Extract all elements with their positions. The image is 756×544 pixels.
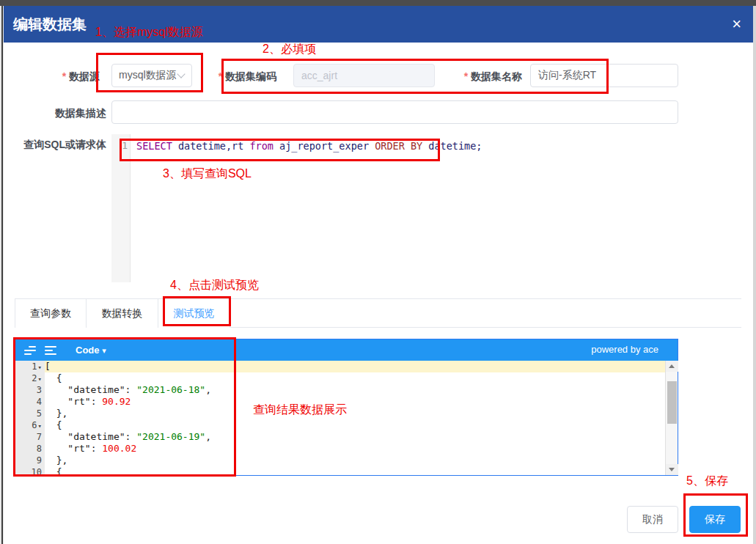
line-number: 3 [15, 384, 45, 396]
sql-token: datetime; [422, 140, 482, 152]
sql-code-line: SELECT datetime,rt from aj_report_exper … [136, 140, 482, 152]
sql-token: aj_report_exper [274, 140, 375, 152]
dataset-code-input[interactable] [293, 64, 435, 87]
tab-item[interactable]: 测试预览 [158, 299, 230, 328]
dataset-code-label: 数据集编码 [218, 70, 276, 84]
json-editor-line[interactable]: 4 "rt": 90.92 [15, 396, 678, 408]
sql-line-number: 1 [111, 140, 128, 151]
line-content: }, [45, 455, 678, 466]
preview-tabbar: 查询参数数据转换测试预览 [15, 298, 741, 328]
line-content: }, [45, 408, 678, 419]
json-editor-line[interactable]: 5 }, [15, 408, 678, 419]
datasource-label: 数据源 [43, 70, 100, 84]
dataset-name-label: 数据集名称 [463, 70, 522, 84]
save-button[interactable]: 保存 [689, 506, 741, 533]
modal-header: 编辑数据集 × [4, 6, 753, 43]
background-right-sliver [753, 6, 756, 544]
json-editor-line[interactable]: 3 "datetime": "2021-06-18", [15, 384, 678, 396]
dataset-name-input[interactable] [530, 64, 678, 87]
line-content: [ [45, 361, 678, 372]
screen: 编辑数据集 × 数据源 mysql数据源 数据集编码 数据集名称 数据集描述 查… [0, 0, 756, 544]
sql-editor[interactable]: 1 SELECT datetime,rt from aj_report_expe… [111, 134, 678, 282]
cancel-button[interactable]: 取消 [627, 506, 678, 533]
line-number: 10 [15, 466, 45, 475]
line-content: { [45, 372, 678, 384]
line-content: "rt": 90.92 [45, 396, 678, 408]
datasource-select-value: mysql数据源 [112, 69, 178, 82]
line-content: "datetime": "2021-06-18", [45, 384, 678, 396]
dataset-description-label: 数据集描述 [40, 107, 106, 120]
tab-item[interactable]: 查询参数 [15, 299, 87, 328]
line-content: { [45, 419, 678, 431]
json-editor-line[interactable]: 9 }, [15, 455, 678, 466]
fold-arrow-icon[interactable]: ▾ [38, 364, 42, 371]
sql-token: ORDER BY [375, 140, 422, 152]
editor-scrollbar[interactable] [665, 361, 678, 475]
annotation-step2: 2、必填项 [263, 42, 316, 57]
json-editor-line[interactable]: 10 { [15, 466, 678, 475]
line-number: 5 [15, 408, 45, 419]
sql-editor-gutter [111, 134, 131, 282]
datasource-select[interactable]: mysql数据源 [111, 64, 192, 87]
scroll-down-icon[interactable] [666, 464, 678, 475]
mode-dropdown-label: Code [76, 345, 100, 356]
caret-down-icon: ▾ [102, 346, 106, 355]
close-icon[interactable]: × [732, 15, 741, 34]
dataset-description-input[interactable] [111, 100, 678, 124]
background-left-sliver [0, 6, 4, 544]
sql-token: from [249, 140, 274, 152]
scrollbar-thumb[interactable] [667, 381, 677, 424]
line-number: 2▾ [15, 372, 45, 384]
line-number: 6▾ [15, 419, 45, 431]
line-number: 4 [15, 396, 45, 408]
annotation-step5: 5、保存 [686, 474, 728, 489]
line-content: { [45, 466, 678, 475]
line-number: 7 [15, 431, 45, 443]
json-editor-line[interactable]: 7 "datetime": "2021-06-19", [15, 431, 678, 443]
line-content: "rt": 100.02 [45, 443, 678, 455]
json-editor-line[interactable]: 2▾ { [15, 372, 678, 384]
mode-dropdown[interactable]: Code ▾ [76, 345, 106, 356]
sql-token: datetime,rt [172, 140, 250, 152]
tab-item[interactable]: 数据转换 [87, 299, 158, 328]
line-number: 8 [15, 443, 45, 455]
line-content: "datetime": "2021-06-19", [45, 431, 678, 443]
json-editor-toolbar: Code ▾ powered by ace [15, 339, 678, 361]
sql-body-label: 查询SQL或请求体 [9, 139, 106, 152]
background-top-strip [0, 0, 756, 6]
json-editor-line[interactable]: 8 "rt": 100.02 [15, 443, 678, 455]
chevron-down-icon [177, 70, 185, 78]
fold-arrow-icon[interactable]: ▾ [38, 375, 42, 383]
result-json-editor: Code ▾ powered by ace 1▾[2▾ {3 "datetime… [15, 339, 678, 476]
line-number: 1▾ [15, 361, 45, 372]
powered-by-ace-label: powered by ace [591, 344, 658, 355]
scroll-up-icon[interactable] [666, 361, 678, 372]
json-editor-body[interactable]: 1▾[2▾ {3 "datetime": "2021-06-18",4 "rt"… [15, 361, 678, 475]
format-json-icon[interactable] [45, 345, 56, 356]
sql-token: SELECT [136, 140, 172, 152]
modal-title: 编辑数据集 [13, 15, 87, 34]
json-editor-line[interactable]: 1▾[ [15, 361, 678, 372]
line-number: 9 [15, 455, 45, 466]
json-editor-line[interactable]: 6▾ { [15, 419, 678, 431]
compact-json-icon[interactable] [24, 345, 36, 356]
fold-arrow-icon[interactable]: ▾ [38, 422, 42, 430]
